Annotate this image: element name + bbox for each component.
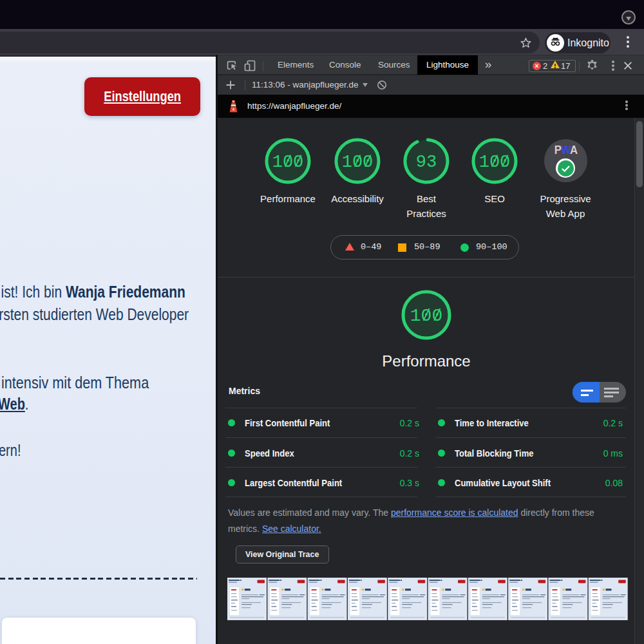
svg-text:93: 93 [416, 153, 437, 172]
svg-text:100: 100 [272, 153, 304, 172]
svg-text:100: 100 [479, 153, 511, 172]
svg-text:100: 100 [342, 153, 374, 172]
